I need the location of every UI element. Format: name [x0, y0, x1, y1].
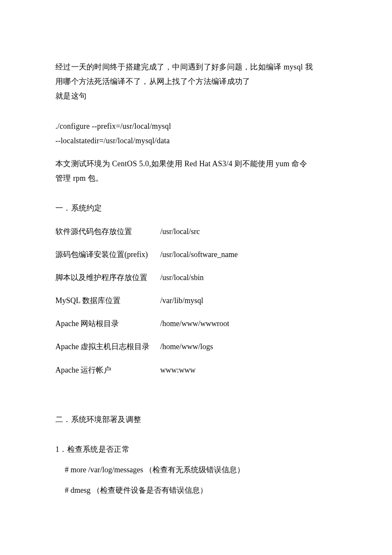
table-row: 软件源代码包存放位置 /usr/local/src [55, 224, 337, 239]
table-row: Apache 虚拟主机日志根目录 /home/www/logs [55, 339, 337, 354]
config-value: /home/www/wwwroot [160, 316, 337, 331]
table-row: Apache 网站根目录 /home/www/wwwroot [55, 316, 337, 331]
document-body: 经过一天的时间终于搭建完成了，中间遇到了好多问题，比如编译 mysql 我 用哪… [55, 60, 337, 498]
table-row: MySQL 数据库位置 /var/lib/mysql [55, 293, 337, 308]
intro-line-3: 就是这句 [55, 89, 337, 103]
code-line-2: --localstatedir=/usr/local/mysql/data [55, 133, 337, 148]
section-2-title: 二．系统环境部署及调整 [55, 412, 337, 427]
config-label: Apache 运行帐户 [55, 363, 160, 377]
config-value: /usr/local/sbin [160, 270, 337, 285]
env-note-line-1: 本文测试环境为 CentOS 5.0,如果使用 Red Hat AS3/4 则不… [55, 156, 337, 171]
config-label: 脚本以及维护程序存放位置 [55, 270, 160, 285]
config-value: /usr/local/src [160, 224, 337, 239]
table-row: 源码包编译安装位置(prefix) /usr/local/software_na… [55, 247, 337, 262]
config-label: MySQL 数据库位置 [55, 293, 160, 308]
config-label: 软件源代码包存放位置 [55, 224, 160, 239]
code-line-1: ./configure --prefix=/usr/local/mysql [55, 119, 337, 133]
config-value: /home/www/logs [160, 339, 337, 354]
config-value: /var/lib/mysql [160, 293, 337, 308]
config-value: www:www [160, 363, 337, 377]
command-line: # more /var/log/messages （检查有无系统级错误信息） [55, 462, 337, 477]
table-row: 脚本以及维护程序存放位置 /usr/local/sbin [55, 270, 337, 285]
config-label: Apache 虚拟主机日志根目录 [55, 339, 160, 354]
section-2-subtitle: 1．检查系统是否正常 [55, 442, 337, 457]
env-note-line-2: 管理 rpm 包。 [55, 171, 337, 185]
table-row: Apache 运行帐户 www:www [55, 363, 337, 377]
config-label: Apache 网站根目录 [55, 316, 160, 331]
config-label: 源码包编译安装位置(prefix) [55, 247, 160, 262]
section-1-title: 一．系统约定 [55, 201, 337, 215]
command-line: # dmesg （检查硬件设备是否有错误信息） [55, 483, 337, 497]
intro-line-1: 经过一天的时间终于搭建完成了，中间遇到了好多问题，比如编译 mysql 我 [55, 60, 337, 74]
config-value: /usr/local/software_name [160, 247, 337, 262]
intro-line-2: 用哪个方法死活编译不了，从网上找了个方法编译成功了 [55, 74, 337, 89]
